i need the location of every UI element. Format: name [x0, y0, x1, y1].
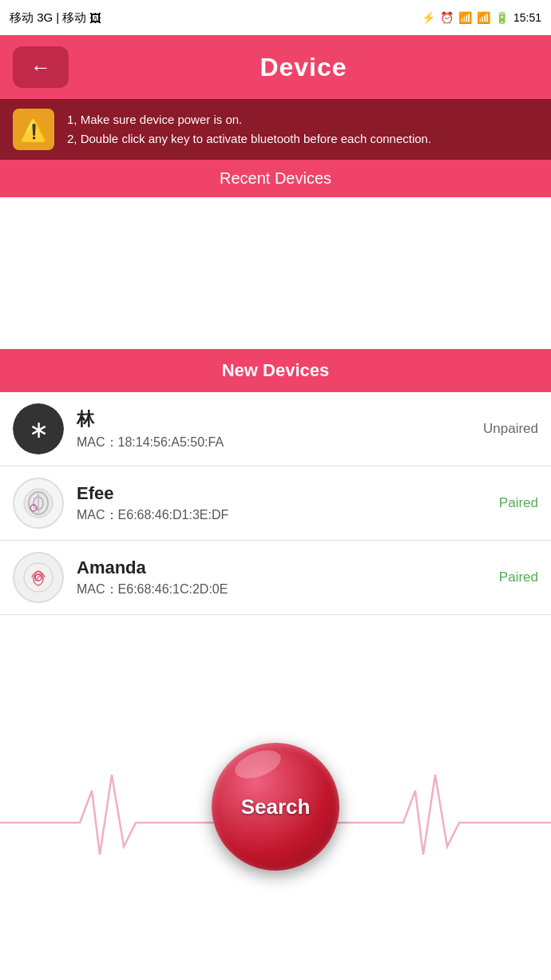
device-mac-2: MAC：E6:68:46:D1:3E:DF	[77, 507, 486, 524]
battery-icon: 🔋	[495, 11, 509, 24]
search-button[interactable]: Search	[212, 743, 339, 871]
warning-bar: ⚠️ 1, Make sure device power is on. 2, D…	[0, 99, 551, 160]
device-mac-3: MAC：E6:68:46:1C:2D:0E	[77, 581, 486, 598]
search-button-container: Search	[212, 743, 339, 871]
warning-text: 1, Make sure device power is on. 2, Doub…	[67, 110, 431, 149]
photo-icon: 🖼	[89, 11, 101, 25]
device-name-3: Amanda	[77, 557, 486, 578]
carrier-text: 移动 3G | 移动	[10, 10, 86, 26]
device-info-1: 林 MAC：18:14:56:A5:50:FA	[77, 407, 470, 451]
signal-icon: 📶	[477, 11, 490, 24]
back-button[interactable]: ←	[13, 46, 69, 88]
device-mac-1: MAC：18:14:56:A5:50:FA	[77, 434, 470, 451]
new-devices-label: New Devices	[222, 360, 330, 380]
amanda-svg-icon	[21, 560, 56, 595]
new-devices-header: New Devices	[0, 349, 551, 392]
page-title: Device	[69, 53, 538, 82]
time-display: 15:51	[513, 11, 541, 24]
device-name-1: 林	[77, 407, 470, 431]
table-row[interactable]: Efee MAC：E6:68:46:D1:3E:DF Paired	[0, 466, 551, 541]
device-status-3: Paired	[499, 569, 538, 585]
device-status-2: Paired	[499, 495, 538, 511]
device-status-1: Unpaired	[483, 421, 538, 437]
device-list: ∗ 林 MAC：18:14:56:A5:50:FA Unpaired Efee …	[0, 392, 551, 615]
bottom-area: Search	[0, 615, 551, 919]
status-left: 移动 3G | 移动 🖼	[10, 10, 101, 26]
warning-triangle-icon: ⚠️	[20, 117, 48, 143]
warning-icon: ⚠️	[13, 109, 54, 150]
efee-svg-icon	[21, 486, 56, 521]
warning-line2: 2, Double click any key to activate blue…	[67, 129, 431, 149]
recent-devices-header: Recent Devices	[0, 160, 551, 197]
device-icon-efee	[13, 478, 64, 529]
app-header: ← Device	[0, 35, 551, 99]
bluetooth-icon: ∗	[29, 415, 49, 443]
warning-line1: 1, Make sure device power is on.	[67, 110, 431, 129]
recent-devices-label: Recent Devices	[220, 169, 331, 187]
status-right: ⚡ ⏰ 📶 📶 🔋 15:51	[422, 11, 541, 24]
table-row[interactable]: Amanda MAC：E6:68:46:1C:2D:0E Paired	[0, 541, 551, 615]
device-icon-amanda	[13, 552, 64, 603]
alarm-icon: ⏰	[440, 11, 454, 24]
device-info-3: Amanda MAC：E6:68:46:1C:2D:0E	[77, 557, 486, 598]
device-name-2: Efee	[77, 483, 486, 504]
table-row[interactable]: ∗ 林 MAC：18:14:56:A5:50:FA Unpaired	[0, 392, 551, 466]
search-button-label: Search	[241, 795, 311, 819]
device-icon-bluetooth: ∗	[13, 403, 64, 454]
bluetooth-status-icon: ⚡	[422, 11, 435, 24]
back-arrow-icon: ←	[30, 57, 51, 77]
status-bar: 移动 3G | 移动 🖼 ⚡ ⏰ 📶 📶 🔋 15:51	[0, 0, 551, 35]
wifi-icon: 📶	[458, 11, 472, 24]
recent-devices-area	[0, 197, 551, 349]
device-info-2: Efee MAC：E6:68:46:D1:3E:DF	[77, 483, 486, 524]
